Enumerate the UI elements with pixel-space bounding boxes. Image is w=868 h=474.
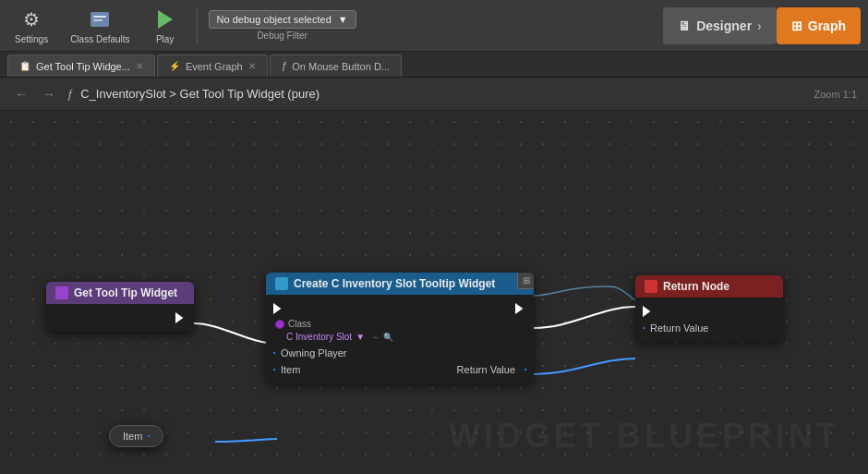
node-create-exec-row bbox=[266, 300, 534, 317]
tab-get-tool-tip[interactable]: 📋 Get Tool Tip Widge... ✕ bbox=[7, 55, 155, 77]
node-get-tooltip-title: Get Tool Tip Widget bbox=[74, 286, 177, 299]
graph-icon: ⊞ bbox=[791, 18, 802, 33]
graph-button[interactable]: ⊞ Graph bbox=[777, 7, 861, 44]
tab-label-3: On Mouse Button D... bbox=[292, 61, 390, 72]
item-pill-label: Item bbox=[123, 431, 142, 442]
breadcrumb-func-symbol: ƒ bbox=[66, 87, 73, 101]
class-browse-icon[interactable]: ← bbox=[372, 333, 380, 342]
create-item-label: Item bbox=[281, 364, 300, 375]
designer-button[interactable]: 🖥 Designer › bbox=[663, 7, 777, 44]
debug-filter-label: Debug Filter bbox=[257, 30, 307, 41]
debug-filter-text: No debug object selected bbox=[217, 14, 332, 25]
settings-label: Settings bbox=[15, 34, 48, 44]
node-return-header-icon bbox=[645, 280, 657, 293]
node-header-icon-blue bbox=[275, 277, 288, 290]
node-create-class-row: Class bbox=[266, 317, 534, 331]
return-value-label-create: Return Value bbox=[457, 364, 515, 375]
create-exec-in-pin[interactable] bbox=[273, 303, 284, 314]
node-create-owning-player-row: Owning Player bbox=[266, 345, 534, 361]
svg-rect-1 bbox=[93, 16, 106, 18]
node-create-item-row: Item Return Value bbox=[266, 361, 534, 378]
node-get-tooltip-exec-row bbox=[46, 310, 194, 326]
back-button[interactable]: ← bbox=[11, 85, 31, 103]
svg-marker-3 bbox=[158, 10, 173, 29]
dropdown-class-icon[interactable]: ▼ bbox=[356, 332, 365, 342]
watermark-text: WIDGET BLUEPRINT bbox=[449, 417, 840, 456]
node-item-pill[interactable]: Item bbox=[109, 425, 163, 447]
settings-icon: ⚙ bbox=[18, 6, 44, 32]
return-value-label: Return Value bbox=[650, 322, 708, 334]
node-header-icon-purple bbox=[55, 286, 68, 299]
node-return-header: Return Node bbox=[635, 275, 783, 298]
get-tooltip-exec-out-pin[interactable] bbox=[175, 312, 187, 323]
tab-on-mouse-button[interactable]: ƒ On Mouse Button D... bbox=[270, 55, 402, 77]
node-return[interactable]: Return Node Return Value bbox=[635, 275, 783, 342]
node-return-body: Return Value bbox=[635, 298, 783, 342]
tab-bar: 📋 Get Tool Tip Widge... ✕ ⚡ Event Graph … bbox=[0, 52, 868, 78]
node-get-tooltip[interactable]: Get Tool Tip Widget bbox=[46, 282, 194, 332]
create-exec-out-pin[interactable] bbox=[515, 303, 526, 314]
owning-player-label: Owning Player bbox=[281, 347, 347, 359]
designer-icon: 🖥 bbox=[678, 18, 691, 33]
tab-label-2: Event Graph bbox=[186, 61, 243, 72]
node-return-exec-row bbox=[635, 303, 783, 320]
node-create[interactable]: ⊞ Create C Inventory Slot Tooltip Widget… bbox=[266, 273, 534, 383]
node-create-body: Class C Inventory Slot ▼ ← 🔍 Owning Play… bbox=[266, 295, 534, 383]
blueprint-canvas[interactable]: Get Tool Tip Widget ⊞ Create C Inventory… bbox=[0, 111, 868, 474]
tab-label-1: Get Tool Tip Widge... bbox=[36, 61, 130, 72]
node-return-value-row: Return Value bbox=[635, 320, 783, 336]
graph-label: Graph bbox=[808, 18, 846, 33]
class-value: C Inventory Slot bbox=[286, 332, 352, 342]
settings-button[interactable]: ⚙ Settings bbox=[7, 3, 55, 48]
tab-close-2[interactable]: ✕ bbox=[248, 61, 256, 71]
toolbar: ⚙ Settings Class Defaults Play No debug … bbox=[0, 0, 868, 52]
owning-player-pin[interactable] bbox=[273, 352, 275, 354]
tab-event-graph[interactable]: ⚡ Event Graph ✕ bbox=[157, 55, 268, 77]
debug-filter-dropdown[interactable]: No debug object selected ▼ bbox=[209, 10, 356, 29]
designer-label: Designer bbox=[696, 18, 752, 33]
play-label: Play bbox=[156, 34, 174, 44]
class-value-row: C Inventory Slot ▼ ← 🔍 bbox=[266, 331, 534, 345]
item-pill-out-pin[interactable] bbox=[148, 435, 150, 437]
dropdown-arrow-icon: ▼ bbox=[338, 14, 348, 25]
class-action-icons: ← 🔍 bbox=[372, 333, 393, 342]
node-create-title: Create C Inventory Slot Tooltip Widget bbox=[294, 277, 495, 290]
create-item-pin[interactable] bbox=[273, 369, 275, 371]
breadcrumb-bar: ← → ƒ C_InventorySlot > Get Tool Tip Wid… bbox=[0, 78, 868, 111]
zoom-level: Zoom 1:1 bbox=[814, 89, 857, 100]
chevron-right-icon: › bbox=[757, 18, 762, 33]
return-exec-in-pin[interactable] bbox=[643, 306, 654, 317]
play-button[interactable]: Play bbox=[145, 3, 186, 48]
play-icon bbox=[152, 6, 178, 32]
svg-rect-2 bbox=[93, 19, 102, 21]
breadcrumb-path: C_InventorySlot > Get Tool Tip Widget (p… bbox=[80, 87, 319, 101]
debug-filter-container: No debug object selected ▼ Debug Filter bbox=[209, 10, 356, 41]
tab-icon-3: ƒ bbox=[282, 61, 287, 71]
separator bbox=[197, 7, 198, 44]
tab-close-1[interactable]: ✕ bbox=[136, 61, 143, 71]
return-value-in-pin[interactable] bbox=[643, 327, 645, 329]
class-search-icon[interactable]: 🔍 bbox=[383, 333, 393, 342]
forward-button[interactable]: → bbox=[39, 85, 59, 103]
return-value-pin-create[interactable] bbox=[524, 369, 526, 371]
node-return-title: Return Node bbox=[663, 280, 729, 293]
node-get-tooltip-body bbox=[46, 304, 194, 332]
tab-icon-2: ⚡ bbox=[169, 61, 180, 71]
tab-icon-1: 📋 bbox=[19, 61, 30, 71]
class-defaults-label: Class Defaults bbox=[70, 34, 129, 44]
node-create-header: Create C Inventory Slot Tooltip Widget bbox=[266, 273, 534, 295]
node-get-tooltip-header: Get Tool Tip Widget bbox=[46, 282, 194, 304]
node-corner-widget-icon: ⊞ bbox=[517, 273, 534, 289]
class-label: Class bbox=[288, 319, 311, 329]
class-defaults-icon bbox=[87, 6, 113, 32]
class-defaults-button[interactable]: Class Defaults bbox=[63, 3, 137, 48]
view-toggle: 🖥 Designer › ⊞ Graph bbox=[663, 7, 861, 44]
class-pin[interactable] bbox=[275, 320, 284, 329]
